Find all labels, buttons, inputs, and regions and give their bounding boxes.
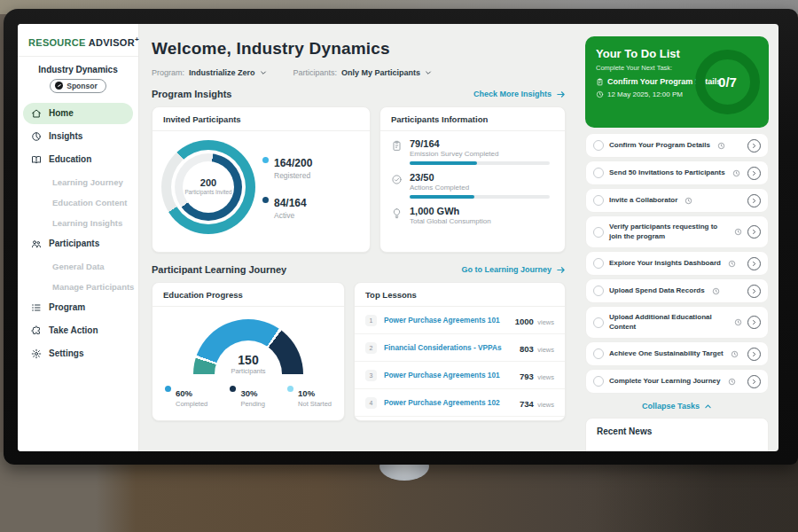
participants-dropdown[interactable]: Participants: Only My Participants [293, 68, 433, 77]
task-checkbox[interactable] [593, 168, 604, 178]
emission-progress-bar [410, 161, 550, 165]
gear-icon [31, 348, 42, 359]
task-checkbox[interactable] [593, 348, 604, 359]
background-shadow [594, 457, 798, 532]
task-clock-icon [731, 350, 739, 358]
task-chevron-button[interactable] [747, 375, 761, 388]
check-more-insights-link[interactable]: Check More Insights [473, 90, 566, 99]
participants-information-card: Participants Information 79/164 Emission… [379, 106, 566, 253]
logo-advisor: ADVISOR+ [89, 37, 139, 48]
program-insights-heading: Program Insights [152, 89, 231, 99]
clipboard-icon [596, 78, 604, 86]
stat-emission-survey: 79/164 Emission Survey Completed [380, 131, 565, 165]
task-chevron-button[interactable] [747, 139, 761, 153]
task-checkbox[interactable] [593, 140, 604, 151]
sidebar-item-education-content[interactable]: Education Content [18, 192, 138, 213]
lesson-link[interactable]: Financial Considerations - VPPAs [384, 343, 512, 352]
task-clock-icon [685, 197, 692, 205]
education-gauge-chart: 150 Participants [193, 319, 303, 375]
lesson-link[interactable]: Power Purchase Agreements 101 [384, 316, 508, 325]
sidebar-menu: Home Insights Education Learning Journey… [18, 103, 138, 364]
task-chevron-button[interactable] [747, 257, 761, 270]
task-row[interactable]: Verify participants requesting to join t… [585, 215, 769, 248]
people-icon [31, 239, 42, 249]
task-checkbox[interactable] [593, 258, 604, 269]
task-clock-icon [712, 287, 720, 295]
sidebar-item-learning-insights[interactable]: Learning Insights [18, 213, 138, 233]
sidebar-item-learning-journey[interactable]: Learning Journey [18, 172, 138, 192]
task-row[interactable]: Confirm Your Program Details [585, 133, 769, 158]
task-chevron-button[interactable] [747, 225, 761, 239]
sponsor-badge[interactable]: Sponsor [50, 79, 106, 93]
task-checkbox[interactable] [593, 195, 604, 206]
task-row[interactable]: Send 50 Invitations to Participants [585, 160, 769, 185]
collapse-tasks-link[interactable]: Collapse Tasks [585, 396, 769, 418]
sponsor-icon [55, 82, 63, 90]
invited-donut-chart: 200 Participants Invited [161, 140, 255, 234]
task-row[interactable]: Invite a Collaborator [585, 188, 769, 213]
legend-not-started: 10% Not Started [287, 384, 332, 408]
todo-progress-value: 0/7 [718, 74, 737, 90]
task-row[interactable]: Upload Spend Data Records [585, 278, 769, 303]
card-title: Invited Participants [153, 107, 370, 131]
card-title: Participants Information [380, 107, 565, 131]
chevron-down-icon [425, 69, 432, 76]
chevron-up-icon [704, 403, 712, 411]
sidebar-item-insights[interactable]: Insights [23, 126, 133, 147]
arrow-right-icon [556, 265, 566, 275]
donut-center-label: Participants Invited [184, 189, 231, 196]
sidebar-item-take-action[interactable]: Take Action [23, 320, 133, 341]
go-to-learning-journey-link[interactable]: Go to Learning Journey [461, 265, 566, 275]
sidebar-item-manage-participants[interactable]: Manage Participants [18, 277, 138, 297]
legend-completed: 60% Completed [165, 384, 207, 408]
sponsor-label: Sponsor [66, 82, 97, 90]
task-chevron-button[interactable] [747, 316, 761, 329]
lesson-row: 1 Power Purchase Agreements 101 1000 vie… [355, 307, 565, 334]
recent-news-card: Recent News [585, 418, 769, 451]
legend-dot [262, 157, 269, 163]
task-chevron-button[interactable] [747, 167, 761, 180]
donut-center-value: 200 [200, 177, 216, 188]
sidebar-item-home[interactable]: Home [23, 103, 133, 124]
legend-registered: 164/200 Registered [262, 154, 312, 180]
task-chevron-button[interactable] [747, 348, 761, 361]
screen: RESOURCE ADVISOR+ Industry Dynamics Spon… [18, 24, 778, 451]
sidebar-item-settings[interactable]: Settings [23, 343, 133, 364]
task-clock-icon [734, 228, 742, 236]
app-logo: RESOURCE ADVISOR+ [18, 24, 138, 57]
sidebar: RESOURCE ADVISOR+ Industry Dynamics Spon… [18, 24, 139, 451]
rank-badge: 2 [365, 342, 377, 354]
task-chevron-button[interactable] [747, 194, 761, 207]
task-row[interactable]: Upload Additional Educational Content [585, 306, 769, 339]
card-title: Top Lessons [355, 283, 565, 307]
lesson-link[interactable]: Power Purchase Agreements 101 [384, 371, 512, 379]
legend-pending: 30% Pending [230, 384, 265, 408]
program-dropdown[interactable]: Program: Industrialize Zero [152, 68, 267, 77]
task-checkbox[interactable] [593, 227, 604, 238]
sidebar-item-general-data[interactable]: General Data [18, 256, 138, 277]
learning-journey-heading: Participant Learning Journey [152, 264, 286, 275]
legend-dot [230, 386, 236, 392]
legend-active: 84/164 Active [262, 194, 312, 220]
stat-actions-completed: 23/50 Actions Completed [380, 165, 565, 199]
sidebar-item-education[interactable]: Education [23, 149, 133, 170]
clock-icon [596, 90, 604, 98]
lesson-link[interactable]: Power Purchase Agreements 102 [384, 398, 512, 407]
task-row[interactable]: Complete Your Learning Journey [585, 369, 769, 394]
sidebar-item-program[interactable]: Program [23, 297, 133, 318]
task-list: Confirm Your Program Details Send 50 Inv… [585, 133, 769, 418]
home-icon [31, 108, 42, 119]
task-clock-icon [732, 169, 740, 177]
todo-progress-ring: 0/7 [695, 50, 760, 114]
task-chevron-button[interactable] [747, 285, 761, 298]
task-row[interactable]: Explore Your Insights Dashboard [585, 251, 769, 276]
monitor-bezel: RESOURCE ADVISOR+ Industry Dynamics Spon… [4, 9, 798, 465]
task-checkbox[interactable] [593, 286, 604, 296]
sidebar-item-participants[interactable]: Participants [23, 233, 133, 254]
rank-badge: 3 [365, 370, 377, 381]
book-icon [31, 154, 42, 165]
task-checkbox[interactable] [593, 376, 604, 387]
task-checkbox[interactable] [593, 317, 604, 328]
task-row[interactable]: Achieve One Sustainability Target [585, 341, 769, 366]
arrow-right-icon [556, 90, 566, 99]
